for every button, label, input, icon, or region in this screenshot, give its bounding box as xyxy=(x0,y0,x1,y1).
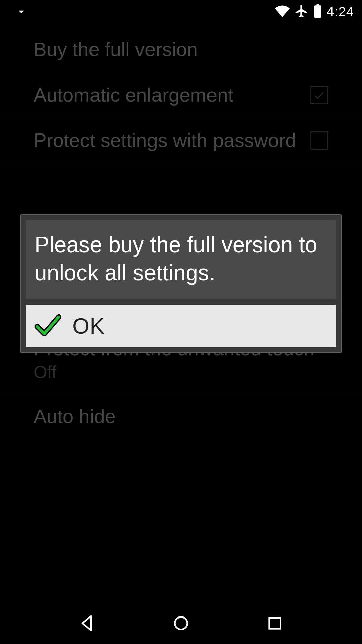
home-button[interactable] xyxy=(172,614,190,634)
status-bar: 4:24 xyxy=(0,0,362,23)
back-button[interactable] xyxy=(78,614,97,634)
navigation-bar xyxy=(0,604,362,644)
svg-point-0 xyxy=(175,617,187,629)
dialog-buy-full: Please buy the full version to unlock al… xyxy=(20,214,342,353)
airplane-icon xyxy=(294,4,309,20)
check-icon xyxy=(34,311,62,341)
wifi-icon xyxy=(275,4,290,20)
dialog-message: Please buy the full version to unlock al… xyxy=(26,220,336,299)
status-time: 4:24 xyxy=(326,4,354,19)
ok-button[interactable]: OK xyxy=(26,305,336,347)
svg-rect-1 xyxy=(269,618,281,629)
chevron-down-icon xyxy=(15,5,28,18)
battery-icon xyxy=(314,4,322,19)
recent-button[interactable] xyxy=(265,614,284,634)
ok-label: OK xyxy=(72,313,104,339)
